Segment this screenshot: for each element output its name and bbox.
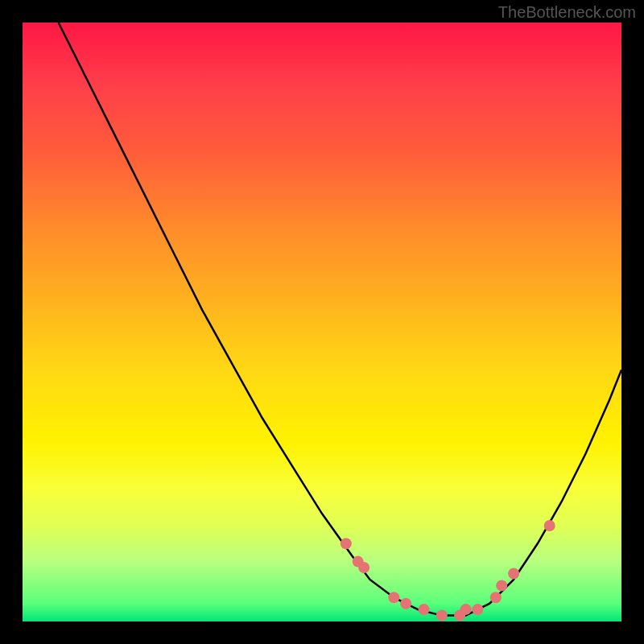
data-point bbox=[490, 592, 502, 603]
data-point bbox=[508, 568, 519, 580]
data-point bbox=[544, 520, 555, 531]
chart-plot-area bbox=[23, 23, 621, 621]
highlight-points bbox=[341, 520, 555, 621]
chart-svg bbox=[23, 23, 621, 621]
data-point bbox=[400, 598, 411, 609]
data-point bbox=[388, 592, 399, 603]
data-point bbox=[460, 604, 472, 615]
data-point bbox=[419, 604, 430, 615]
watermark-text: TheBottleneck.com bbox=[498, 3, 636, 22]
curve-path bbox=[59, 23, 621, 616]
data-point bbox=[341, 538, 352, 549]
data-point bbox=[436, 610, 448, 621]
data-point bbox=[472, 604, 483, 615]
bottleneck-curve bbox=[59, 23, 621, 616]
data-point bbox=[496, 580, 507, 591]
data-point bbox=[358, 562, 369, 573]
